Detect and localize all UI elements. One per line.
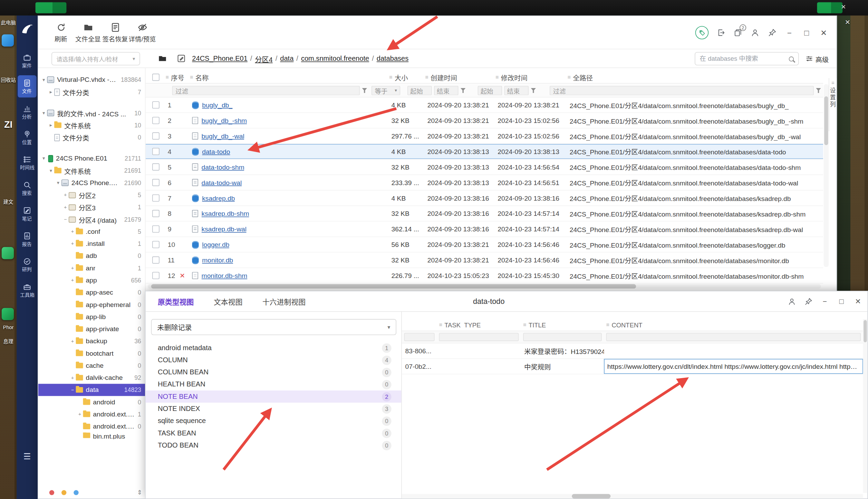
desktop-zip-icon[interactable]: ZI bbox=[0, 119, 17, 131]
grid-filter-input[interactable] bbox=[404, 333, 434, 341]
menu-icon[interactable]: ☰ bbox=[17, 451, 38, 461]
row-checkbox[interactable] bbox=[152, 272, 159, 279]
row-checkbox[interactable] bbox=[152, 257, 159, 264]
column-settings-tab[interactable]: ≡ 设置列 bbox=[829, 78, 836, 131]
toolbar-button[interactable]: 签名恢复 bbox=[101, 20, 129, 46]
tree-item[interactable]: ▸ 文件分类 7 bbox=[38, 86, 145, 98]
funnel-icon[interactable] bbox=[816, 88, 821, 93]
tree-expander-icon[interactable]: + bbox=[69, 241, 76, 247]
tree-item[interactable]: + app 656 bbox=[38, 274, 145, 286]
grid-filter-input[interactable] bbox=[606, 333, 861, 341]
sidebar-item[interactable]: 位置 bbox=[18, 126, 37, 148]
file-name-link[interactable]: data-todo bbox=[202, 147, 230, 155]
viewer-tab[interactable]: 原类型视图 bbox=[158, 296, 194, 307]
tree-item[interactable]: + anr 1 bbox=[38, 262, 145, 274]
db-table-item[interactable]: TASK BEAN 0 bbox=[146, 427, 402, 439]
tree-item[interactable]: cache 0 bbox=[38, 359, 145, 372]
search-icon[interactable] bbox=[789, 56, 794, 61]
toolbar-button[interactable]: 刷新 bbox=[47, 20, 75, 46]
size-operator-select[interactable]: 等于 ▾ bbox=[372, 86, 400, 95]
table-row[interactable]: 4 data-todo 4 KB 2024-09-20 13:38:13 202… bbox=[146, 144, 823, 160]
tree-item[interactable]: android.ext.sh... 0 bbox=[38, 420, 145, 432]
sidebar-item[interactable]: 笔记 bbox=[18, 203, 37, 225]
sidebar-item[interactable]: 研判 bbox=[18, 254, 37, 276]
grid-row[interactable]: 83-806... 米家登录密码：H135790246 bbox=[402, 343, 863, 359]
cell-content[interactable]: https://www.lottery.gov.cn/dlt/index.htm… bbox=[604, 359, 863, 374]
file-name-link[interactable]: bugly_db_-shm bbox=[202, 117, 247, 124]
db-table-item[interactable]: NOTE BEAN 2 bbox=[146, 391, 402, 403]
tree-item[interactable]: − data 14823 bbox=[38, 384, 145, 396]
created-end-input[interactable]: 结束 bbox=[434, 86, 459, 95]
tree-expander-icon[interactable]: − bbox=[69, 387, 76, 393]
created-start-input[interactable]: 起始 bbox=[407, 86, 432, 95]
db-table-item[interactable]: COLUMN 4 bbox=[146, 354, 402, 366]
table-row[interactable]: 2 bugly_db_-shm 32 KB 2024-09-20 13:38:2… bbox=[146, 113, 823, 128]
file-name-link[interactable]: monitor.db bbox=[202, 256, 233, 264]
tree-item[interactable]: bin.mt.plus bbox=[38, 433, 145, 439]
path-filter-input[interactable]: 过滤 bbox=[550, 86, 814, 95]
background-close-icon[interactable]: ✕ bbox=[841, 3, 846, 11]
tree-item[interactable]: ▾ 24CS Phone.E01 21711 bbox=[38, 152, 145, 164]
tree-item[interactable]: android 0 bbox=[38, 396, 145, 408]
background-close-icon[interactable]: ✕ bbox=[845, 18, 850, 26]
scrollbar-thumb[interactable] bbox=[864, 320, 867, 342]
tree-item[interactable]: app-private 0 bbox=[38, 323, 145, 335]
funnel-icon[interactable] bbox=[461, 88, 465, 93]
table-row[interactable]: 5 data-todo-shm 32 KB 2024-09-20 13:38:1… bbox=[146, 160, 823, 175]
row-checkbox[interactable] bbox=[152, 132, 159, 140]
grid-column-header[interactable]: ≡ bbox=[402, 322, 437, 328]
file-name-link[interactable]: monitor.db-shm bbox=[202, 272, 248, 279]
breadcrumb-segment[interactable]: 分区4 bbox=[255, 54, 272, 64]
db-table-item[interactable]: android metadata 1 bbox=[146, 342, 402, 354]
desktop-app-icon[interactable] bbox=[2, 247, 14, 259]
tree-item[interactable]: + .conf 5 bbox=[38, 225, 145, 238]
db-table-item[interactable]: HEALTH BEAN 0 bbox=[146, 378, 402, 390]
tree-expander-icon[interactable]: + bbox=[69, 375, 76, 381]
sidebar-item[interactable]: 报告 bbox=[18, 228, 37, 250]
grid-filter-input[interactable] bbox=[523, 333, 602, 341]
row-checkbox[interactable] bbox=[152, 179, 159, 186]
row-checkbox[interactable] bbox=[152, 241, 159, 248]
horizontal-scrollbar[interactable] bbox=[148, 284, 821, 289]
table-row[interactable]: 3 bugly_db_-wal 297.76 ... 2024-09-20 13… bbox=[146, 128, 823, 144]
grid-filter-input[interactable] bbox=[439, 333, 519, 341]
row-checkbox[interactable] bbox=[152, 163, 159, 171]
select-all-checkbox[interactable] bbox=[152, 74, 159, 81]
toolbar-button[interactable]: 文件全显 bbox=[74, 20, 102, 46]
tree-item[interactable]: adb 0 bbox=[38, 250, 145, 262]
close-button[interactable]: ✕ bbox=[819, 28, 829, 38]
folder-view-button[interactable] bbox=[158, 54, 169, 64]
tree-expander-icon[interactable]: + bbox=[69, 265, 76, 271]
modified-end-input[interactable]: 结束 bbox=[504, 86, 529, 95]
file-name-link[interactable]: data-todo-wal bbox=[202, 179, 242, 186]
tree-expander-icon[interactable]: + bbox=[76, 412, 83, 417]
file-name-link[interactable]: ksadrep.db-shm bbox=[202, 210, 249, 217]
db-table-item[interactable]: COLUMN BEAN 0 bbox=[146, 366, 402, 378]
table-row[interactable]: 6 data-todo-wal 233.39 ... 2024-09-20 13… bbox=[146, 175, 823, 191]
copy-task-icon[interactable]: 2 bbox=[733, 28, 743, 38]
tree-item[interactable]: 文件分类 0 bbox=[38, 131, 145, 143]
row-checkbox[interactable] bbox=[152, 101, 159, 108]
toolbar-button[interactable]: 详情/预览 bbox=[128, 20, 156, 46]
edit-path-button[interactable] bbox=[176, 54, 187, 64]
maximize-button[interactable]: □ bbox=[802, 28, 812, 38]
tree-item[interactable]: + android.ext.ser... 1 bbox=[38, 408, 145, 420]
export-icon[interactable] bbox=[716, 28, 726, 38]
column-header[interactable]: ≡ 全路径 bbox=[567, 73, 823, 82]
advanced-search-button[interactable]: 高级 bbox=[806, 52, 829, 65]
tree-item[interactable]: app-asec 0 bbox=[38, 286, 145, 298]
breadcrumb-segment[interactable]: data bbox=[280, 55, 293, 63]
holder-select[interactable]: 请选择/输入持有人/检材 ▾ bbox=[51, 52, 140, 65]
minimize-button[interactable]: − bbox=[784, 28, 794, 38]
file-name-link[interactable]: data-todo-shm bbox=[202, 163, 244, 171]
modified-start-input[interactable]: 起始 bbox=[478, 86, 502, 95]
desktop-app-icon[interactable] bbox=[2, 34, 14, 46]
sidebar-item[interactable]: 分析 bbox=[18, 101, 37, 123]
breadcrumb-segment[interactable]: databases bbox=[377, 55, 408, 63]
user-icon[interactable] bbox=[750, 28, 760, 38]
row-checkbox[interactable] bbox=[152, 148, 159, 155]
breadcrumb-segment[interactable]: 24CS_Phone.E01 bbox=[192, 55, 247, 63]
user-icon[interactable] bbox=[787, 297, 797, 307]
grid-column-header[interactable]: ≡ TASK_TYPE bbox=[437, 322, 521, 328]
row-checkbox[interactable] bbox=[152, 225, 159, 233]
